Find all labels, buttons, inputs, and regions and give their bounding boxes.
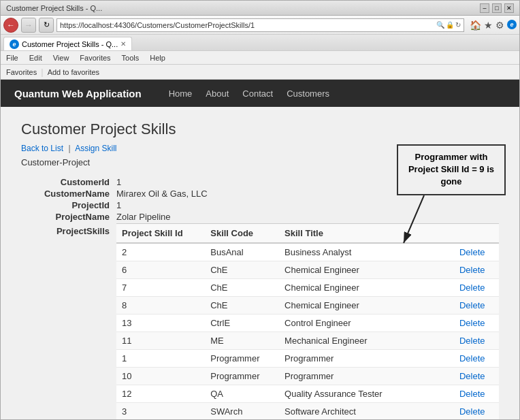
cell-code: ME (205, 332, 279, 350)
col-header-code: Skill Code (205, 224, 279, 244)
delete-link[interactable]: Delete (459, 389, 485, 399)
cell-code: ChE (205, 261, 279, 279)
page-title: Customer Project Skills (21, 120, 499, 138)
settings-icon[interactable]: ⚙ (495, 20, 504, 31)
add-favorites-button[interactable]: Add to favorites (48, 68, 99, 76)
cell-action: Delete (454, 261, 499, 279)
cell-spacer (413, 350, 454, 368)
delete-link[interactable]: Delete (459, 282, 485, 293)
tab-close-button[interactable]: ✕ (120, 40, 126, 48)
tab-bar: e Customer Project Skills - Q... ✕ (1, 35, 519, 51)
cell-title: Control Engineer (279, 314, 413, 332)
project-id-label: ProjectId (21, 200, 110, 210)
page-content: Customer Project Skills Back to List | A… (1, 107, 519, 419)
breadcrumb-separator: | (68, 144, 70, 153)
delete-link[interactable]: Delete (459, 353, 485, 364)
nav-home[interactable]: Home (169, 88, 193, 99)
project-name-value: Zolar Pipeline (116, 212, 171, 222)
cell-id: 2 (116, 243, 205, 261)
cell-code: SWArch (205, 403, 279, 420)
menu-favorites[interactable]: Favorites (77, 54, 113, 62)
cell-spacer (413, 297, 454, 314)
cell-spacer (413, 261, 454, 279)
title-bar: Customer Project Skills - Q... – □ ✕ (1, 1, 519, 16)
cell-spacer (413, 385, 454, 403)
cell-spacer (413, 332, 454, 350)
project-skills-label: ProjectSkills (21, 223, 110, 419)
active-tab[interactable]: e Customer Project Skills - Q... ✕ (3, 37, 132, 50)
delete-link[interactable]: Delete (459, 406, 485, 417)
menu-file[interactable]: File (3, 54, 21, 62)
project-name-label: ProjectName (21, 212, 110, 222)
menu-bar: File Edit View Favorites Tools Help (1, 51, 519, 65)
menu-tools[interactable]: Tools (119, 54, 142, 62)
menu-view[interactable]: View (50, 54, 72, 62)
table-row: 7 ChE Chemical Engineer Delete (116, 279, 499, 297)
delete-link[interactable]: Delete (459, 371, 485, 381)
address-text: https://localhost:44306/Customers/Custom… (60, 21, 434, 29)
home-icon[interactable]: 🏠 (470, 20, 481, 31)
menu-help[interactable]: Help (147, 54, 168, 62)
delete-link[interactable]: Delete (459, 336, 485, 346)
table-row: 13 CtrlE Control Engineer Delete (116, 314, 499, 332)
refresh-button[interactable]: ↻ (39, 18, 54, 33)
cell-id: 12 (116, 385, 205, 403)
delete-link[interactable]: Delete (459, 265, 485, 275)
menu-edit[interactable]: Edit (27, 54, 45, 62)
assign-skill-link[interactable]: Assign Skill (75, 144, 116, 153)
cell-action: Delete (454, 368, 499, 385)
cell-spacer (413, 403, 454, 420)
table-row: 1 Programmer Programmer Delete (116, 350, 499, 368)
skills-table: Project Skill Id Skill Code Skill Title … (116, 223, 499, 419)
forward-button[interactable]: → (21, 18, 36, 33)
close-button[interactable]: ✕ (504, 3, 514, 13)
cell-code: Programmer (205, 368, 279, 385)
delete-link[interactable]: Delete (459, 318, 485, 328)
cell-code: ChE (205, 297, 279, 314)
cell-action: Delete (454, 350, 499, 368)
nav-about[interactable]: About (206, 88, 229, 99)
cell-id: 7 (116, 279, 205, 297)
cell-id: 1 (116, 350, 205, 368)
skills-area: ProjectSkills Project Skill Id Skill Cod… (21, 223, 499, 419)
back-button[interactable]: ← (3, 18, 18, 33)
window-controls: – □ ✕ (480, 3, 514, 13)
col-header-id: Project Skill Id (116, 224, 205, 244)
cell-title: Software Architect (279, 403, 413, 420)
table-row: 11 ME Mechanical Engineer Delete (116, 332, 499, 350)
browser-window: Customer Project Skills - Q... – □ ✕ ← →… (0, 0, 520, 420)
nav-contact[interactable]: Contact (242, 88, 273, 99)
cell-id: 8 (116, 297, 205, 314)
customer-name-value: Mirarex Oil & Gas, LLC (116, 189, 208, 199)
cell-action: Delete (454, 332, 499, 350)
tab-icon: e (10, 39, 19, 49)
toolbar-right: 🏠 ★ ⚙ e (470, 20, 517, 31)
nav-customers[interactable]: Customers (287, 88, 329, 99)
cell-code: CtrlE (205, 314, 279, 332)
cell-id: 11 (116, 332, 205, 350)
cell-code: Programmer (205, 350, 279, 368)
table-row: 6 ChE Chemical Engineer Delete (116, 261, 499, 279)
cell-action: Delete (454, 314, 499, 332)
favorites-button[interactable]: Favorites (6, 68, 37, 76)
address-icons: 🔍 🔒 ↻ (436, 21, 461, 29)
callout-container: Programmer with Project Skill Id = 9 is … (397, 144, 506, 250)
table-row: 3 SWArch Software Architect Delete (116, 403, 499, 420)
cell-title: Programmer (279, 350, 413, 368)
address-bar[interactable]: https://localhost:44306/Customers/Custom… (56, 18, 464, 32)
cell-spacer (413, 314, 454, 332)
delete-link[interactable]: Delete (459, 300, 485, 310)
ie-icon: e (507, 20, 517, 29)
window-title: Customer Project Skills - Q... (6, 4, 102, 12)
cell-id: 6 (116, 261, 205, 279)
app-navbar: Quantum Web Application Home About Conta… (1, 80, 519, 107)
cell-title: Quality Assurance Tester (279, 385, 413, 403)
star-icon[interactable]: ★ (484, 20, 493, 31)
customer-id-label: CustomerId (21, 177, 110, 187)
maximize-button[interactable]: □ (492, 3, 502, 13)
fav-separator: | (41, 67, 43, 77)
back-to-list-link[interactable]: Back to List (21, 144, 63, 153)
minimize-button[interactable]: – (480, 3, 489, 13)
svg-line-1 (404, 195, 424, 243)
cell-title: Business Analyst (279, 243, 413, 261)
